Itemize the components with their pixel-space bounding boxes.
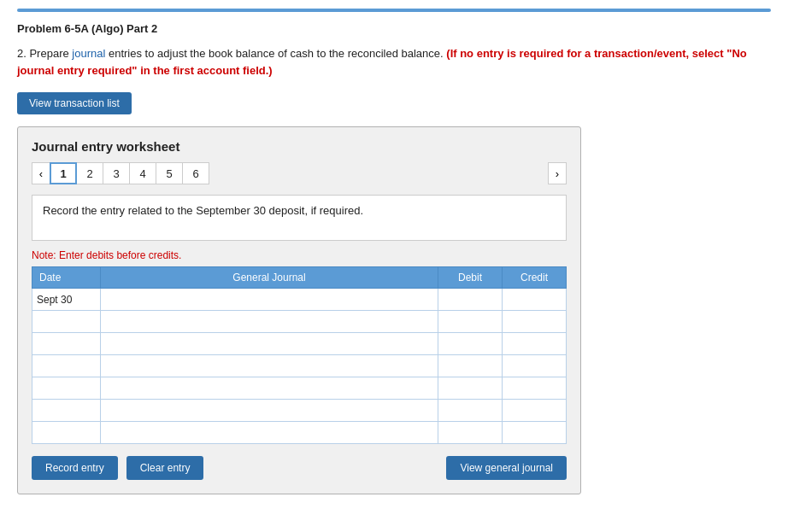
table-row <box>32 355 567 377</box>
credit-cell[interactable] <box>503 311 567 333</box>
journal-input[interactable] <box>101 355 438 377</box>
date-cell: Sept 30 <box>32 289 101 311</box>
journal-cell[interactable] <box>101 422 438 444</box>
col-header-date: Date <box>32 267 101 289</box>
debit-cell[interactable] <box>438 333 503 355</box>
credit-cell[interactable] <box>503 377 567 400</box>
debit-cell[interactable] <box>438 400 503 422</box>
journal-cell[interactable] <box>101 377 438 400</box>
date-cell <box>32 377 101 400</box>
debit-cell[interactable] <box>438 422 503 444</box>
tab-3[interactable]: 3 <box>103 162 130 184</box>
credit-cell[interactable] <box>503 289 567 311</box>
instructions: 2. Prepare journal entries to adjust the… <box>17 45 771 79</box>
problem-title: Problem 6-5A (Algo) Part 2 <box>17 22 771 35</box>
date-cell <box>32 333 101 355</box>
date-cell <box>32 311 101 333</box>
table-row <box>32 377 567 400</box>
view-transaction-button[interactable]: View transaction list <box>17 92 132 114</box>
journal-cell[interactable] <box>101 289 438 311</box>
debit-input[interactable] <box>438 377 502 399</box>
debit-cell[interactable] <box>438 311 503 333</box>
tab-1[interactable]: 1 <box>50 162 77 184</box>
journal-cell[interactable] <box>101 400 438 422</box>
tab-2[interactable]: 2 <box>76 162 103 184</box>
record-entry-button[interactable]: Record entry <box>32 456 118 480</box>
journal-cell[interactable] <box>101 355 438 377</box>
debit-input[interactable] <box>438 333 502 354</box>
date-cell <box>32 422 101 444</box>
view-general-journal-button[interactable]: View general journal <box>446 456 567 480</box>
credit-input[interactable] <box>503 422 566 443</box>
journal-input[interactable] <box>101 333 438 354</box>
date-cell <box>32 400 101 422</box>
tab-4[interactable]: 4 <box>129 162 156 184</box>
debit-input[interactable] <box>438 422 502 443</box>
debit-input[interactable] <box>438 289 502 310</box>
next-tab-button[interactable]: › <box>548 162 567 184</box>
journal-input[interactable] <box>101 400 438 421</box>
instructions-text-2: entries to adjust the book balance of ca… <box>105 47 446 60</box>
instructions-blue: journal <box>72 47 105 60</box>
credit-cell[interactable] <box>503 355 567 377</box>
action-buttons: Record entry Clear entry View general jo… <box>32 456 567 480</box>
debit-cell[interactable] <box>438 377 503 400</box>
debit-input[interactable] <box>438 355 502 377</box>
entry-description: Record the entry related to the Septembe… <box>32 195 567 241</box>
credit-input[interactable] <box>503 333 566 354</box>
credit-cell[interactable] <box>503 333 567 355</box>
prev-tab-button[interactable]: ‹ <box>32 162 50 184</box>
credit-cell[interactable] <box>503 400 567 422</box>
journal-input[interactable] <box>101 311 438 332</box>
debit-input[interactable] <box>438 400 502 421</box>
credit-cell[interactable] <box>503 422 567 444</box>
debit-input[interactable] <box>438 311 502 332</box>
worksheet-container: Journal entry worksheet ‹ 1 2 3 4 5 6 › … <box>17 126 581 494</box>
table-row <box>32 333 567 355</box>
journal-cell[interactable] <box>101 311 438 333</box>
note-text: Note: Enter debits before credits. <box>32 249 567 261</box>
debit-cell[interactable] <box>438 289 503 311</box>
credit-input[interactable] <box>503 400 566 421</box>
top-bar <box>17 9 771 12</box>
journal-input[interactable] <box>101 289 438 310</box>
col-header-debit: Debit <box>438 267 503 289</box>
clear-entry-button[interactable]: Clear entry <box>126 456 204 480</box>
table-row <box>32 400 567 422</box>
worksheet-title: Journal entry worksheet <box>32 139 567 154</box>
journal-cell[interactable] <box>101 333 438 355</box>
tab-navigation: ‹ 1 2 3 4 5 6 › <box>32 162 567 184</box>
tab-6[interactable]: 6 <box>182 162 209 184</box>
col-header-journal: General Journal <box>101 267 438 289</box>
table-row: Sept 30 <box>32 289 567 311</box>
credit-input[interactable] <box>503 355 566 377</box>
credit-input[interactable] <box>503 377 566 399</box>
debit-cell[interactable] <box>438 355 503 377</box>
col-header-credit: Credit <box>503 267 567 289</box>
instructions-text-1: 2. Prepare <box>17 47 72 60</box>
date-cell <box>32 355 101 377</box>
credit-input[interactable] <box>503 289 566 310</box>
tab-5[interactable]: 5 <box>156 162 183 184</box>
table-row <box>32 422 567 444</box>
journal-table: Date General Journal Debit Credit Sept 3… <box>32 266 567 444</box>
journal-input[interactable] <box>101 422 438 443</box>
journal-input[interactable] <box>101 377 438 399</box>
table-row <box>32 311 567 333</box>
credit-input[interactable] <box>503 311 566 332</box>
